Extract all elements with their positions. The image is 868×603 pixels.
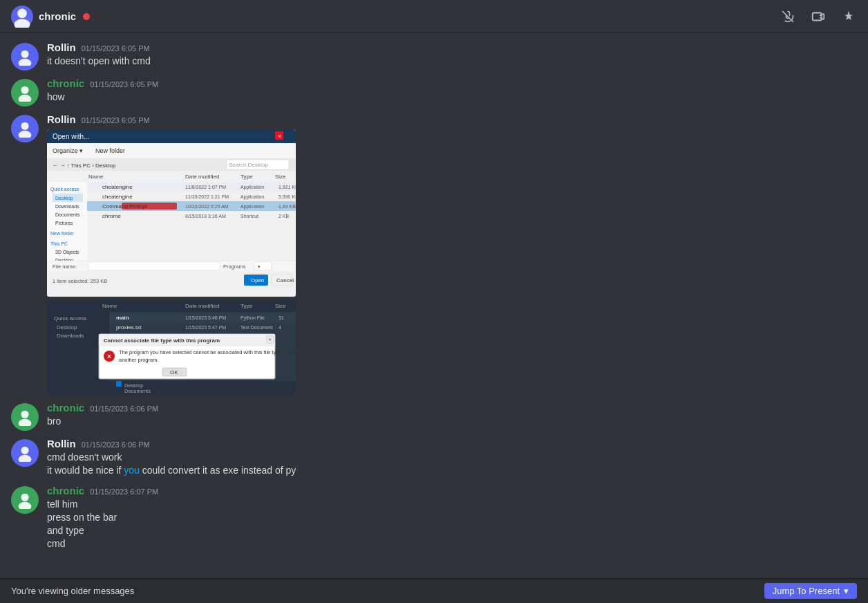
- svg-text:▾: ▾: [258, 264, 261, 269]
- svg-text:4: 4: [279, 325, 281, 330]
- message-text-cmd: cmd: [47, 537, 857, 550]
- svg-point-111: [19, 501, 32, 508]
- svg-text:8/15/2018 3:16 AM: 8/15/2018 3:16 AM: [185, 214, 226, 219]
- svg-text:3D Objects: 3D Objects: [55, 250, 79, 255]
- svg-text:The program you have selected : The program you have selected cannot be …: [119, 349, 296, 355]
- svg-text:Python File: Python File: [240, 315, 265, 321]
- message-username: Rollin: [47, 113, 76, 125]
- svg-text:File name:: File name:: [53, 263, 77, 270]
- svg-rect-20: [47, 171, 296, 182]
- svg-text:New folder: New folder: [95, 147, 125, 154]
- svg-text:1,94 KB: 1,94 KB: [279, 204, 296, 209]
- header-username: chronic: [39, 10, 76, 22]
- svg-text:Search Desktop: Search Desktop: [229, 162, 268, 168]
- message-text-tell-him: tell him: [47, 498, 857, 511]
- svg-text:11/20/2022 1:21 PM: 11/20/2022 1:21 PM: [185, 194, 229, 199]
- message-group: Rollin 01/15/2023 6:05 PM Open with... ×: [0, 111, 868, 398]
- svg-rect-102: [47, 381, 296, 395]
- jump-to-present-button[interactable]: Jump To Present ▾: [764, 583, 857, 599]
- svg-rect-61: [88, 262, 220, 270]
- svg-text:cheatengine: cheatengine: [102, 184, 133, 190]
- message-header: Rollin 01/15/2023 6:06 PM: [47, 438, 857, 449]
- svg-text:5,590 KB: 5,590 KB: [279, 194, 296, 199]
- header: chronic: [0, 0, 868, 33]
- svg-text:Type: Type: [240, 303, 253, 309]
- message-group: chronic 01/15/2023 6:06 PM bro: [0, 399, 868, 434]
- svg-text:This PC: This PC: [50, 241, 68, 246]
- svg-text:1,921 KB: 1,921 KB: [279, 185, 296, 189]
- svg-point-3: [19, 59, 32, 66]
- svg-text:chrome: chrome: [102, 213, 121, 219]
- message-content: Rollin 01/15/2023 6:05 PM it doesn't ope…: [47, 41, 857, 71]
- message-header: Rollin 01/15/2023 6:05 PM: [47, 41, 857, 53]
- message-header: chronic 01/15/2023 6:07 PM: [47, 485, 857, 497]
- file-explorer-screenshot: Open with... × Organize ▾ New folder ← →…: [47, 129, 296, 297]
- header-left: chronic: [11, 6, 90, 28]
- svg-text:Open with...: Open with...: [53, 133, 89, 140]
- message-username: Rollin: [47, 438, 76, 449]
- message-header: Rollin 01/15/2023 6:05 PM: [47, 113, 857, 125]
- svg-point-109: [19, 455, 32, 462]
- svg-text:Organize ▾: Organize ▾: [53, 147, 83, 154]
- svg-text:×: ×: [107, 353, 111, 360]
- avatar: [11, 115, 39, 142]
- svg-text:Application: Application: [240, 204, 264, 210]
- svg-text:1/15/2023 5:47 PM: 1/15/2023 5:47 PM: [185, 325, 226, 330]
- message-header: chronic 01/15/2023 6:05 PM: [47, 77, 857, 89]
- message-content: chronic 01/15/2023 6:06 PM bro: [47, 402, 857, 431]
- header-icons: [780, 8, 857, 25]
- svg-point-106: [21, 411, 28, 418]
- svg-text:×: ×: [268, 336, 272, 343]
- svg-point-6: [21, 122, 28, 130]
- video-icon[interactable]: [810, 8, 827, 25]
- screenshot-image-2[interactable]: Name Date modified Type Size Quick acces…: [47, 299, 296, 395]
- svg-text:Name: Name: [102, 303, 117, 309]
- svg-text:proxies.txt: proxies.txt: [116, 324, 142, 331]
- avatar: [11, 486, 39, 514]
- message-username: Rollin: [47, 41, 76, 53]
- svg-point-108: [21, 447, 28, 454]
- svg-text:cheatengine: cheatengine: [102, 194, 133, 200]
- svg-text:Documents: Documents: [55, 212, 80, 217]
- messages-area: Rollin 01/15/2023 6:05 PM it doesn't ope…: [0, 33, 868, 578]
- mute-icon[interactable]: [780, 8, 796, 25]
- svg-text:Desktop: Desktop: [57, 324, 77, 331]
- screenshot-image-1[interactable]: Open with... × Organize ▾ New folder ← →…: [47, 129, 296, 297]
- svg-text:Type: Type: [240, 174, 253, 180]
- svg-text:Date modified: Date modified: [185, 174, 219, 180]
- svg-text:Pictures: Pictures: [55, 221, 73, 225]
- svg-text:main: main: [116, 315, 129, 321]
- svg-text:1 item selected: 253 KB: 1 item selected: 253 KB: [53, 278, 107, 284]
- pin-icon[interactable]: [840, 8, 857, 25]
- svg-text:Desktop: Desktop: [55, 196, 73, 201]
- svg-point-0: [17, 8, 27, 18]
- message-timestamp: 01/15/2023 6:05 PM: [82, 44, 150, 53]
- svg-point-7: [19, 131, 32, 138]
- svg-text:Name: Name: [88, 174, 104, 180]
- svg-text:Shortcut: Shortcut: [240, 214, 258, 219]
- message-group: chronic 01/15/2023 6:05 PM how: [0, 75, 868, 109]
- svg-text:OK: OK: [170, 369, 178, 375]
- error-dialog-screenshot: Name Date modified Type Size Quick acces…: [47, 299, 296, 395]
- svg-text:Cancel: Cancel: [276, 277, 294, 284]
- svg-point-4: [21, 86, 28, 94]
- svg-point-1: [15, 19, 30, 28]
- avatar: [11, 79, 39, 106]
- message-text-line2: it would be nice if you could convert it…: [47, 464, 857, 477]
- message-content: Rollin 01/15/2023 6:05 PM Open with... ×: [47, 113, 857, 395]
- svg-text:another program.: another program.: [119, 357, 159, 363]
- svg-text:2 KB: 2 KB: [279, 214, 290, 219]
- svg-rect-73: [47, 299, 296, 312]
- svg-text:Application: Application: [240, 185, 264, 190]
- svg-text:×: ×: [278, 133, 281, 140]
- svg-rect-63: [254, 262, 272, 270]
- svg-text:Documents: Documents: [124, 388, 151, 394]
- message-content: chronic 01/15/2023 6:07 PM tell him pres…: [47, 485, 857, 551]
- message-username: chronic: [47, 485, 84, 497]
- message-timestamp: 01/15/2023 6:05 PM: [82, 116, 150, 124]
- svg-text:Size: Size: [275, 303, 286, 309]
- avatar: [11, 43, 39, 71]
- svg-text:Cannot associate file type wit: Cannot associate file type with this pro…: [104, 337, 220, 344]
- status-dot: [83, 13, 90, 20]
- message-text-press-bar: press on the bar: [47, 511, 857, 524]
